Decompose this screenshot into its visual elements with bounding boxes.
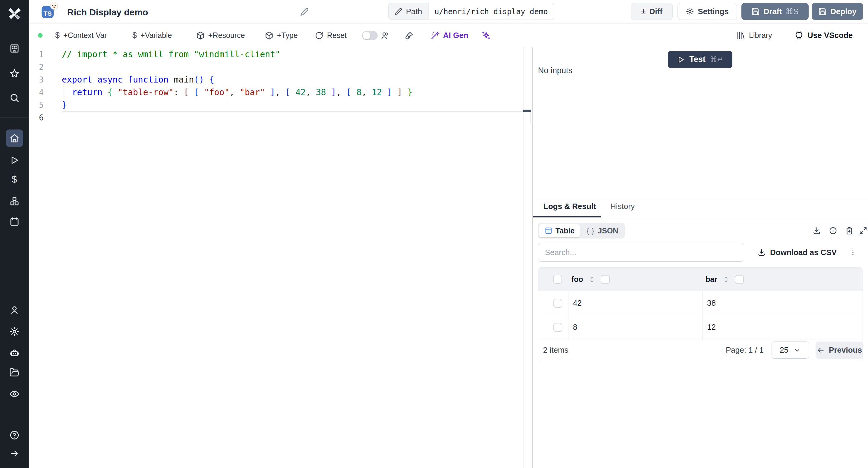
search-input[interactable] <box>538 243 744 262</box>
no-inputs-text: No inputs <box>538 66 572 75</box>
sidebar-item-runs[interactable] <box>6 152 23 169</box>
use-vscode-label: Use VScode <box>807 31 852 40</box>
table-header-row: foo bar <box>538 268 863 291</box>
sidebar-item-favorites[interactable] <box>6 65 23 82</box>
sidebar-item-workers[interactable] <box>6 344 23 362</box>
column-header-bar[interactable]: bar <box>706 275 717 284</box>
ai-sparkles-icon[interactable] <box>481 24 491 47</box>
ai-gen-button[interactable]: AI Gen <box>430 24 468 47</box>
view-json-label: JSON <box>598 227 618 235</box>
add-variable-button[interactable]: $ +Variable <box>132 24 172 47</box>
add-resource-button[interactable]: +Resource <box>196 24 245 47</box>
editor-code[interactable]: // import * as wmill from "windmill-clie… <box>62 48 412 124</box>
copy-result-icon[interactable] <box>845 227 854 235</box>
settings-label: Settings <box>698 7 729 16</box>
sidebar-item-schedules[interactable] <box>6 213 23 230</box>
sidebar-item-home[interactable] <box>6 130 23 147</box>
expand-result-icon[interactable] <box>859 227 867 235</box>
items-count: 2 items <box>543 345 568 355</box>
row-checkbox[interactable] <box>553 323 562 332</box>
format-brush-icon[interactable] <box>405 24 414 47</box>
tab-logs-result[interactable]: Logs & Result <box>544 202 596 211</box>
reset-button[interactable]: Reset <box>315 24 347 47</box>
sidebar-item-audit-logs[interactable] <box>6 385 23 403</box>
header-bar: TS Rich Display demo Path u/henri/rich_d… <box>29 0 868 24</box>
code-line[interactable]: } <box>62 99 412 111</box>
sort-icon[interactable] <box>588 275 596 283</box>
sidebar-item-folders[interactable] <box>6 364 23 381</box>
add-context-var-label: +Context Var <box>63 31 107 40</box>
path-label: Path <box>406 7 422 16</box>
panel-resize-handle[interactable] <box>532 47 533 468</box>
table-row: 812 <box>538 315 863 339</box>
add-context-var-button[interactable]: $ +Context Var <box>55 24 107 47</box>
reset-label: Reset <box>327 31 347 40</box>
sidebar-item-workspace[interactable] <box>6 40 23 57</box>
dollar-icon: $ <box>55 31 60 40</box>
table-row: 4238 <box>538 291 863 315</box>
column-header-foo[interactable]: foo <box>571 275 583 284</box>
code-line[interactable]: export async function main() { <box>62 73 412 86</box>
diff-button[interactable]: ± Diff <box>631 3 673 20</box>
column-checkbox[interactable] <box>601 275 610 284</box>
table-footer: 2 items Page: 1 / 1 25 Previous <box>538 339 863 361</box>
add-variable-label: +Variable <box>141 31 172 40</box>
sidebar-item-resources[interactable] <box>6 193 23 210</box>
multiplayer-icon[interactable] <box>381 24 390 47</box>
table-options-kebab-icon[interactable] <box>849 248 857 257</box>
sidebar-item-search[interactable] <box>6 89 23 107</box>
edit-title-pencil-icon[interactable] <box>300 7 309 16</box>
package-icon <box>196 31 205 40</box>
result-info-icon[interactable] <box>829 227 837 235</box>
braces-icon: { } <box>587 227 595 235</box>
sidebar-item-settings[interactable] <box>6 323 23 340</box>
play-icon <box>677 56 685 64</box>
path-button[interactable]: Path u/henri/rich_display_demo <box>388 3 554 20</box>
sidebar-item-variables[interactable]: $ <box>6 170 23 188</box>
view-json-button[interactable]: { } JSON <box>581 224 624 237</box>
use-vscode-button[interactable]: Use VScode <box>794 24 852 47</box>
wand-icon <box>430 31 439 40</box>
table-cell: 42 <box>568 291 702 315</box>
result-table: foo bar 4238812 2 items Page: 1 / 1 25 P… <box>538 267 863 361</box>
code-line[interactable]: // import * as wmill from "windmill-clie… <box>62 48 412 61</box>
dollar-icon: $ <box>132 31 137 40</box>
view-table-button[interactable]: Table <box>539 224 580 237</box>
column-checkbox[interactable] <box>735 275 744 284</box>
sidebar-expand-arrow[interactable] <box>6 445 23 462</box>
download-csv-button[interactable]: Download as CSV <box>757 243 837 262</box>
dollar-icon: $ <box>12 174 17 185</box>
table-search-row: Download as CSV <box>533 243 868 262</box>
code-editor[interactable]: 123456 // import * as wmill from "windmi… <box>29 47 533 468</box>
row-checkbox[interactable] <box>553 299 562 308</box>
library-button[interactable]: Library <box>736 24 772 47</box>
line-number: 4 <box>29 86 44 99</box>
select-all-checkbox[interactable] <box>553 275 562 284</box>
deploy-button[interactable]: Deploy <box>812 3 863 20</box>
previous-page-button[interactable]: Previous <box>815 341 863 359</box>
table-icon <box>545 227 553 235</box>
panel-divider <box>533 199 868 199</box>
windmill-logo[interactable] <box>6 5 23 22</box>
diff-mode-toggle[interactable] <box>362 31 378 40</box>
download-result-icon[interactable] <box>812 227 821 235</box>
code-line[interactable] <box>62 61 412 73</box>
sidebar-divider <box>0 118 29 118</box>
sort-icon[interactable] <box>722 275 730 283</box>
test-button[interactable]: Test ⌘↵ <box>668 51 733 68</box>
page-size-select[interactable]: 25 <box>772 341 809 359</box>
code-line[interactable] <box>62 111 412 124</box>
status-dot <box>38 33 42 38</box>
add-type-button[interactable]: +Type <box>265 24 298 47</box>
sidebar-item-users[interactable] <box>6 301 23 319</box>
diff-label: Diff <box>650 7 662 16</box>
settings-button[interactable]: Settings <box>678 3 737 20</box>
page-size-value: 25 <box>780 345 788 355</box>
sidebar-item-help[interactable] <box>6 427 23 444</box>
code-line[interactable]: return { "table-row": [ [ "foo", "bar" ]… <box>62 86 412 99</box>
tab-history[interactable]: History <box>610 202 635 211</box>
result-table-body: 4238812 <box>538 291 863 339</box>
line-number: 6 <box>29 111 44 124</box>
draft-button[interactable]: Draft ⌘S <box>741 3 809 20</box>
library-label: Library <box>749 31 772 40</box>
